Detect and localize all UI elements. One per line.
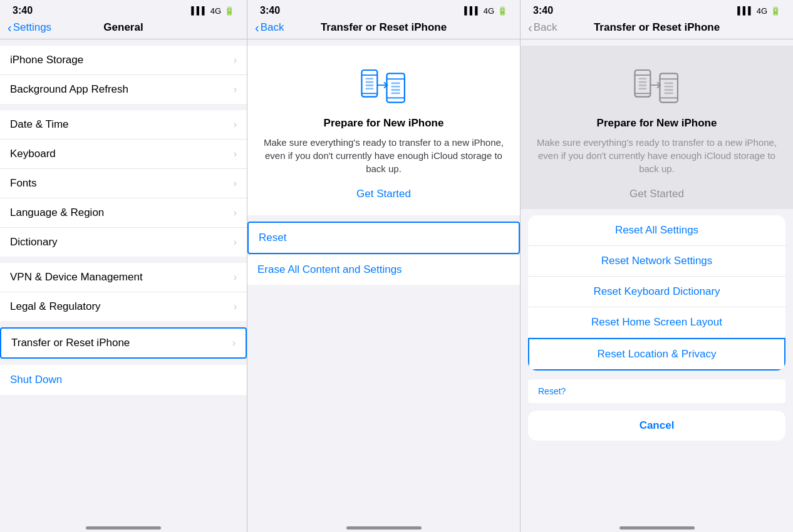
prepare-card-3: Prepare for New iPhone Make sure everyth… bbox=[521, 46, 793, 209]
chevron-right-icon: › bbox=[234, 84, 237, 95]
svg-rect-0 bbox=[361, 70, 377, 97]
modal-option-reset-location[interactable]: Reset Location & Privacy bbox=[528, 338, 785, 371]
svg-rect-12 bbox=[391, 89, 400, 91]
svg-rect-6 bbox=[365, 88, 373, 90]
carrier-label-1: 4G bbox=[210, 6, 221, 16]
modal-option-reset-all[interactable]: Reset All Settings bbox=[528, 215, 785, 246]
chevron-right-icon: › bbox=[232, 337, 236, 349]
chevron-right-icon: › bbox=[234, 272, 237, 283]
modal-option-reset-network[interactable]: Reset Network Settings bbox=[528, 246, 785, 277]
cancel-label: Cancel bbox=[640, 419, 675, 432]
status-icons-2: ▌▌▌ 4G 🔋 bbox=[464, 6, 507, 16]
row-label-fonts: Fonts bbox=[10, 177, 234, 190]
nav-bar-1: ‹ Settings General bbox=[0, 19, 247, 39]
row-label-language-region: Language & Region bbox=[10, 207, 234, 219]
svg-rect-18 bbox=[638, 78, 646, 79]
carrier-label-3: 4G bbox=[757, 6, 767, 16]
chevron-right-icon: › bbox=[234, 237, 237, 248]
time-3: 3:40 bbox=[533, 5, 553, 16]
status-bar-1: 3:40 ▌▌▌ 4G 🔋 bbox=[0, 0, 247, 19]
chevron-right-icon: › bbox=[234, 207, 237, 218]
row-keyboard[interactable]: Keyboard › bbox=[0, 140, 247, 169]
carrier-label-2: 4G bbox=[484, 6, 494, 16]
row-dictionary[interactable]: Dictionary › bbox=[0, 228, 247, 257]
chevron-right-icon: › bbox=[234, 148, 237, 160]
svg-rect-3 bbox=[365, 78, 373, 79]
back-button-2[interactable]: ‹ Back bbox=[255, 21, 284, 35]
modal-option-reset-keyboard[interactable]: Reset Keyboard Dictionary bbox=[528, 277, 785, 307]
erase-label: Erase All Content and Settings bbox=[257, 263, 402, 275]
modal-option-label-reset-location: Reset Location & Privacy bbox=[598, 348, 717, 361]
nav-title-3: Transfer or Reset iPhone bbox=[594, 21, 720, 34]
signal-icon-1: ▌▌▌ bbox=[191, 6, 207, 15]
row-background-app[interactable]: Background App Refresh › bbox=[0, 75, 247, 104]
row-language-region[interactable]: Language & Region › bbox=[0, 198, 247, 228]
panel-transfer: 3:40 ▌▌▌ 4G 🔋 ‹ Back Transfer or Reset i… bbox=[247, 0, 521, 532]
home-bar-2 bbox=[346, 526, 422, 529]
home-indicator-3 bbox=[521, 521, 793, 532]
svg-rect-28 bbox=[664, 93, 673, 95]
section-transfer: Transfer or Reset iPhone › bbox=[0, 327, 247, 359]
section-vpn: VPN & Device Management › Legal & Regula… bbox=[0, 263, 247, 321]
settings-list: iPhone Storage › Background App Refresh … bbox=[0, 39, 247, 521]
row-legal[interactable]: Legal & Regulatory › bbox=[0, 292, 247, 321]
reset-row[interactable]: Reset bbox=[247, 222, 520, 254]
prepare-desc-3: Make sure everything's ready to transfer… bbox=[536, 136, 778, 175]
shutdown-label: Shut Down bbox=[10, 374, 62, 386]
back-button-3[interactable]: ‹ Back bbox=[528, 21, 557, 35]
chevron-right-icon: › bbox=[234, 301, 237, 312]
back-label-3: Back bbox=[534, 21, 557, 34]
svg-rect-19 bbox=[638, 81, 646, 83]
chevron-right-icon: › bbox=[234, 119, 237, 130]
modal-option-label-reset-keyboard: Reset Keyboard Dictionary bbox=[593, 285, 720, 298]
transfer-icon-3 bbox=[632, 63, 682, 107]
back-button-1[interactable]: ‹ Settings bbox=[8, 21, 51, 35]
svg-rect-4 bbox=[365, 81, 373, 83]
partial-reset-row: Reset? bbox=[528, 379, 785, 403]
svg-rect-26 bbox=[664, 86, 673, 88]
cancel-button[interactable]: Cancel bbox=[528, 411, 785, 441]
reset-modal-sheet: Reset All Settings Reset Network Setting… bbox=[528, 215, 785, 371]
row-label-background-app: Background App Refresh bbox=[10, 83, 234, 96]
status-icons-3: ▌▌▌ 4G 🔋 bbox=[737, 6, 780, 16]
nav-title-2: Transfer or Reset iPhone bbox=[321, 21, 447, 34]
svg-rect-10 bbox=[391, 83, 400, 84]
get-started-button[interactable]: Get Started bbox=[356, 185, 411, 203]
erase-row[interactable]: Erase All Content and Settings bbox=[247, 255, 520, 285]
row-vpn[interactable]: VPN & Device Management › bbox=[0, 263, 247, 292]
row-fonts[interactable]: Fonts › bbox=[0, 169, 247, 198]
transfer-content-3: Prepare for New iPhone Make sure everyth… bbox=[521, 39, 793, 521]
home-indicator-2 bbox=[247, 521, 520, 532]
modal-option-label-reset-network: Reset Network Settings bbox=[601, 255, 713, 267]
status-bar-3: 3:40 ▌▌▌ 4G 🔋 bbox=[521, 0, 793, 19]
row-label-keyboard: Keyboard bbox=[10, 148, 234, 160]
panel-general: 3:40 ▌▌▌ 4G 🔋 ‹ Settings General iPhone … bbox=[0, 0, 247, 532]
chevron-left-icon-1: ‹ bbox=[8, 21, 12, 35]
shutdown-row[interactable]: Shut Down bbox=[0, 365, 247, 395]
modal-option-reset-home-screen[interactable]: Reset Home Screen Layout bbox=[528, 307, 785, 338]
row-label-iphone-storage: iPhone Storage bbox=[10, 54, 234, 66]
prepare-card: Prepare for New iPhone Make sure everyth… bbox=[247, 46, 520, 215]
row-transfer-reset[interactable]: Transfer or Reset iPhone › bbox=[0, 327, 247, 359]
svg-rect-13 bbox=[391, 93, 400, 95]
get-started-button-3[interactable]: Get Started bbox=[630, 185, 684, 203]
section-storage: iPhone Storage › Background App Refresh … bbox=[0, 46, 247, 104]
back-label-1: Settings bbox=[13, 21, 51, 34]
status-bar-2: 3:40 ▌▌▌ 4G 🔋 bbox=[247, 0, 520, 19]
prepare-title-3: Prepare for New iPhone bbox=[597, 117, 717, 130]
svg-rect-5 bbox=[365, 84, 373, 86]
row-iphone-storage[interactable]: iPhone Storage › bbox=[0, 46, 247, 75]
row-label-dictionary: Dictionary bbox=[10, 236, 234, 248]
transfer-content: Prepare for New iPhone Make sure everyth… bbox=[247, 39, 520, 521]
svg-rect-25 bbox=[664, 83, 673, 84]
modal-option-label-reset-home-screen: Reset Home Screen Layout bbox=[591, 316, 722, 329]
battery-icon-1: 🔋 bbox=[224, 6, 234, 16]
row-date-time[interactable]: Date & Time › bbox=[0, 110, 247, 140]
signal-icon-2: ▌▌▌ bbox=[464, 6, 480, 15]
svg-rect-20 bbox=[638, 84, 646, 86]
time-2: 3:40 bbox=[260, 5, 280, 16]
nav-bar-2: ‹ Back Transfer or Reset iPhone bbox=[247, 19, 520, 39]
row-label-transfer-reset: Transfer or Reset iPhone bbox=[11, 337, 232, 349]
chevron-right-icon: › bbox=[234, 178, 237, 189]
nav-title-1: General bbox=[103, 21, 143, 34]
